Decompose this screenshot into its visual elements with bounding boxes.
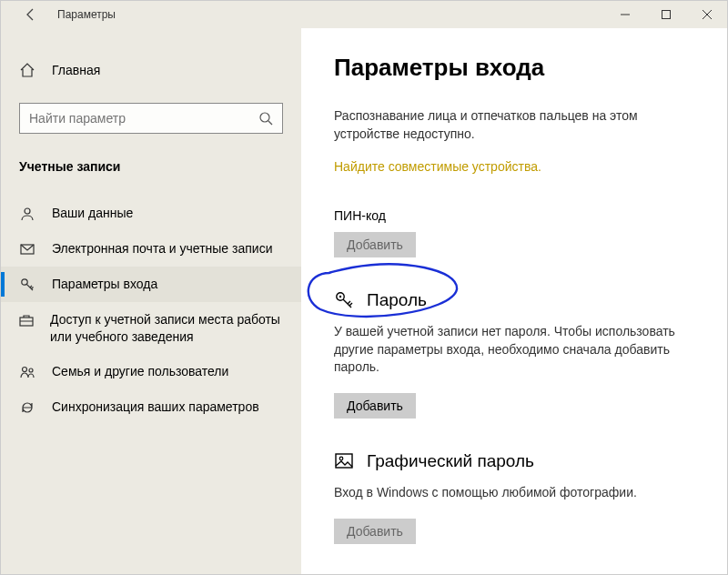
settings-window: Параметры Главная [0, 0, 728, 575]
search-icon [258, 111, 273, 126]
window-title: Параметры [57, 8, 116, 21]
sidebar: Главная Учетные записи Ваши данные [1, 28, 301, 574]
password-heading: Пароль [367, 290, 427, 310]
close-button[interactable] [686, 1, 727, 28]
svg-point-9 [29, 368, 33, 372]
pin-section: ПИН-код Добавить [334, 208, 694, 290]
nav: Ваши данные Электронная почта и учетные … [1, 196, 301, 425]
sidebar-item-label: Семья и другие пользователи [52, 363, 228, 380]
sidebar-item-your-info[interactable]: Ваши данные [1, 196, 301, 231]
briefcase-icon [19, 311, 34, 328]
intro-text: Распознавание лица и отпечатков пальцев … [334, 107, 694, 143]
picture-heading-row: Графический пароль [334, 451, 694, 471]
search-box[interactable] [19, 103, 283, 134]
pin-add-button[interactable]: Добавить [334, 232, 416, 257]
search-input[interactable] [29, 111, 248, 126]
password-heading-row: Пароль [334, 290, 694, 310]
window-controls [604, 1, 727, 28]
home-label: Главная [52, 63, 100, 77]
svg-point-8 [23, 368, 27, 372]
svg-point-6 [22, 279, 27, 285]
sidebar-item-label: Ваши данные [52, 205, 133, 222]
page-title: Параметры входа [334, 54, 694, 82]
back-button[interactable] [17, 7, 45, 22]
sidebar-item-email[interactable]: Электронная почта и учетные записи [1, 231, 301, 267]
sidebar-item-label: Доступ к учетной записи места работы или… [50, 311, 283, 346]
password-desc: У вашей учетной записи нет пароля. Чтобы… [334, 323, 694, 377]
maximize-button[interactable] [645, 1, 686, 28]
picture-desc: Вход в Windows с помощью любимой фотогра… [334, 484, 694, 502]
sidebar-item-sign-in-options[interactable]: Параметры входа [1, 267, 301, 302]
picture-heading: Графический пароль [367, 451, 534, 471]
svg-point-4 [25, 208, 30, 214]
home-link[interactable]: Главная [1, 54, 301, 86]
sidebar-item-label: Электронная почта и учетные записи [52, 240, 272, 257]
password-section: Пароль У вашей учетной записи нет пароля… [334, 290, 694, 451]
svg-point-13 [339, 457, 343, 460]
svg-point-2 [260, 113, 269, 122]
home-icon [19, 62, 35, 78]
picture-add-button[interactable]: Добавить [334, 519, 416, 544]
key-icon [334, 290, 354, 310]
pin-label: ПИН-код [334, 208, 694, 223]
titlebar: Параметры [1, 1, 727, 28]
sidebar-item-work-access[interactable]: Доступ к учетной записи места работы или… [1, 302, 301, 355]
picture-icon [334, 451, 354, 471]
body: Главная Учетные записи Ваши данные [1, 28, 727, 574]
svg-line-3 [268, 121, 272, 125]
sync-icon [19, 398, 35, 415]
sidebar-item-sync[interactable]: Синхронизация ваших параметров [1, 389, 301, 425]
minimize-button[interactable] [604, 1, 645, 28]
svg-rect-12 [336, 454, 352, 468]
picture-password-section: Графический пароль Вход в Windows с помо… [334, 451, 694, 574]
mail-icon [19, 240, 35, 257]
group-title: Учетные записи [19, 159, 301, 174]
main-content: Параметры входа Распознавание лица и отп… [301, 28, 727, 574]
sidebar-item-label: Синхронизация ваших параметров [52, 398, 259, 416]
key-icon [19, 276, 35, 292]
people-icon [19, 363, 35, 379]
compatible-devices-link[interactable]: Найдите совместимые устройства. [334, 159, 541, 174]
person-icon [19, 205, 35, 221]
sidebar-item-label: Параметры входа [52, 276, 157, 293]
svg-rect-1 [662, 11, 670, 19]
svg-point-11 [339, 296, 341, 298]
sidebar-item-family[interactable]: Семья и другие пользователи [1, 354, 301, 389]
password-add-button[interactable]: Добавить [334, 393, 416, 419]
